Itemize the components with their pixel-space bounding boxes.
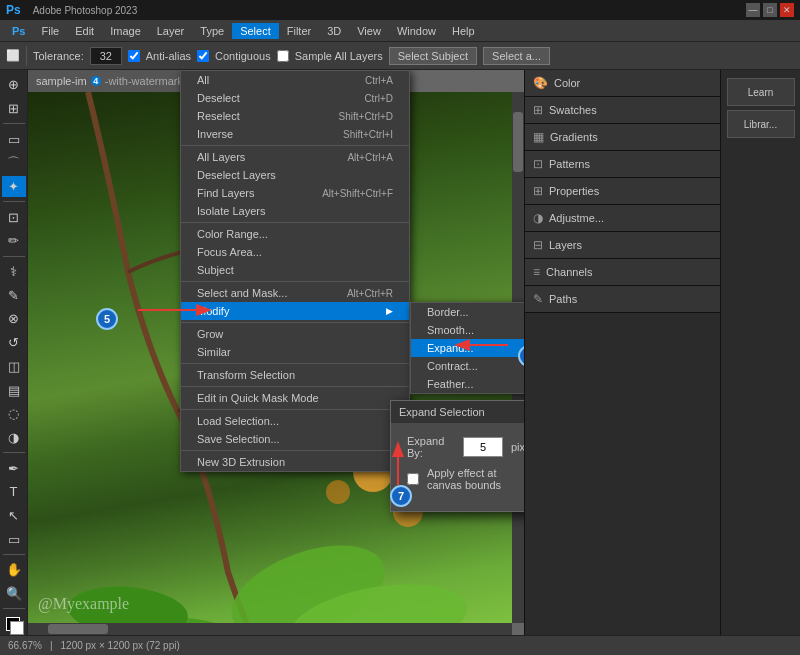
scrollbar-v-thumb[interactable] — [513, 112, 523, 172]
menu-save-selection-label: Save Selection... — [197, 433, 280, 445]
menu-select[interactable]: Select — [232, 23, 279, 39]
panel-paths-header[interactable]: ✎ Paths — [525, 286, 720, 312]
path-selection-tool[interactable]: ↖ — [2, 505, 26, 527]
menu-isolate-layers[interactable]: Isolate Layers — [181, 202, 409, 220]
dd-sep-6 — [181, 386, 409, 387]
tolerance-input[interactable] — [90, 47, 122, 65]
brush-tool[interactable]: ✎ — [2, 284, 26, 306]
close-btn[interactable]: ✕ — [780, 3, 794, 17]
dd-sep-3 — [181, 281, 409, 282]
menu-transform-selection[interactable]: Transform Selection — [181, 366, 409, 384]
menu-similar[interactable]: Similar — [181, 343, 409, 361]
magic-wand-tool[interactable]: ✦ — [2, 176, 26, 198]
menu-subject[interactable]: Subject — [181, 261, 409, 279]
eraser-tool[interactable]: ◫ — [2, 355, 26, 377]
menu-new-3d[interactable]: New 3D Extrusion — [181, 453, 409, 471]
maximize-btn[interactable]: □ — [763, 3, 777, 17]
menu-save-selection[interactable]: Save Selection... — [181, 430, 409, 448]
contiguous-checkbox[interactable] — [197, 50, 209, 62]
history-brush-tool[interactable]: ↺ — [2, 332, 26, 354]
submenu-contract-label: Contract... — [427, 360, 478, 372]
menu-filter[interactable]: Filter — [279, 23, 319, 39]
panel-patterns-header[interactable]: ⊡ Patterns — [525, 151, 720, 177]
stamp-tool[interactable]: ⊗ — [2, 308, 26, 330]
hand-tool[interactable]: ✋ — [2, 559, 26, 581]
menu-all-layers[interactable]: All Layers Alt+Ctrl+A — [181, 148, 409, 166]
properties-icon: ⊞ — [533, 184, 543, 198]
menu-ps[interactable]: Ps — [4, 23, 33, 39]
select-subject-btn[interactable]: Select Subject — [389, 47, 477, 65]
menu-color-range[interactable]: Color Range... — [181, 225, 409, 243]
menu-grow[interactable]: Grow — [181, 325, 409, 343]
panel-channels: ≡ Channels — [525, 259, 720, 286]
submenu-contract[interactable]: Contract... — [411, 357, 524, 375]
menu-inverse[interactable]: Inverse Shift+Ctrl+I — [181, 125, 409, 143]
panel-gradients: ▦ Gradients — [525, 124, 720, 151]
crop-tool[interactable]: ⊡ — [2, 206, 26, 228]
menu-file[interactable]: File — [33, 23, 67, 39]
move-tool[interactable]: ⊕ — [2, 74, 26, 96]
titlebar-controls: — □ ✕ — [746, 3, 794, 17]
scrollbar-horizontal[interactable] — [28, 623, 512, 635]
panel-color-header[interactable]: 🎨 Color — [525, 70, 720, 96]
menu-deselect[interactable]: Deselect Ctrl+D — [181, 89, 409, 107]
menu-type[interactable]: Type — [192, 23, 232, 39]
menu-image[interactable]: Image — [102, 23, 149, 39]
artboard-tool[interactable]: ⊞ — [2, 98, 26, 120]
libraries-btn[interactable]: Librar... — [727, 110, 795, 138]
minimize-btn[interactable]: — — [746, 3, 760, 17]
app-icon: Ps — [6, 3, 21, 17]
menu-deselect-label: Deselect — [197, 92, 240, 104]
anti-alias-checkbox[interactable] — [128, 50, 140, 62]
learn-btn[interactable]: Learn — [727, 78, 795, 106]
menu-window[interactable]: Window — [389, 23, 444, 39]
panel-properties-header[interactable]: ⊞ Properties — [525, 178, 720, 204]
submenu-feather[interactable]: Feather... Shift+F6 — [411, 375, 524, 393]
menu-isolate-layers-label: Isolate Layers — [197, 205, 265, 217]
menu-find-layers-shortcut: Alt+Shift+Ctrl+F — [322, 188, 393, 199]
dodge-tool[interactable]: ◑ — [2, 427, 26, 449]
panel-swatches-header[interactable]: ⊞ Swatches — [525, 97, 720, 123]
submenu-border[interactable]: Border... — [411, 303, 524, 321]
menu-reselect[interactable]: Reselect Shift+Ctrl+D — [181, 107, 409, 125]
lasso-tool[interactable]: ⌒ — [2, 152, 26, 174]
menu-deselect-layers[interactable]: Deselect Layers — [181, 166, 409, 184]
menu-quick-mask[interactable]: Edit in Quick Mask Mode — [181, 389, 409, 407]
menu-all[interactable]: All Ctrl+A — [181, 71, 409, 89]
menu-help[interactable]: Help — [444, 23, 483, 39]
titlebar-left: Ps Adobe Photoshop 2023 — [6, 3, 137, 17]
menu-find-layers[interactable]: Find Layers Alt+Shift+Ctrl+F — [181, 184, 409, 202]
menu-modify[interactable]: Modify ▶ Border... Smooth... Expand... — [181, 302, 409, 320]
menu-similar-label: Similar — [197, 346, 231, 358]
healing-tool[interactable]: ⚕ — [2, 261, 26, 283]
menu-layer[interactable]: Layer — [149, 23, 193, 39]
menu-focus-area[interactable]: Focus Area... — [181, 243, 409, 261]
blur-tool[interactable]: ◌ — [2, 403, 26, 425]
menu-load-selection[interactable]: Load Selection... — [181, 412, 409, 430]
menubar: Ps File Edit Image Layer Type Select Fil… — [0, 20, 800, 42]
pen-tool[interactable]: ✒ — [2, 457, 26, 479]
eyedropper-tool[interactable]: ✏ — [2, 230, 26, 252]
marquee-tool[interactable]: ▭ — [2, 128, 26, 150]
status-separator: | — [50, 640, 53, 651]
menu-edit[interactable]: Edit — [67, 23, 102, 39]
menu-view[interactable]: View — [349, 23, 389, 39]
type-tool[interactable]: T — [2, 481, 26, 503]
shape-tool[interactable]: ▭ — [2, 528, 26, 550]
menu-3d[interactable]: 3D — [319, 23, 349, 39]
menu-select-and-mask[interactable]: Select and Mask... Alt+Ctrl+R — [181, 284, 409, 302]
submenu-expand[interactable]: Expand... — [411, 339, 524, 357]
select-and-mask-btn[interactable]: Select a... — [483, 47, 550, 65]
canvas-tab-badge: 4 — [91, 76, 101, 86]
gradient-tool[interactable]: ▤ — [2, 379, 26, 401]
foreground-color[interactable] — [2, 613, 26, 635]
zoom-tool[interactable]: 🔍 — [2, 583, 26, 605]
dd-sep-1 — [181, 145, 409, 146]
submenu-smooth[interactable]: Smooth... — [411, 321, 524, 339]
scrollbar-h-thumb[interactable] — [48, 624, 108, 634]
panel-gradients-header[interactable]: ▦ Gradients — [525, 124, 720, 150]
panel-channels-header[interactable]: ≡ Channels — [525, 259, 720, 285]
sample-all-checkbox[interactable] — [277, 50, 289, 62]
panel-adjustments-header[interactable]: ◑ Adjustme... — [525, 205, 720, 231]
panel-layers-header[interactable]: ⊟ Layers — [525, 232, 720, 258]
